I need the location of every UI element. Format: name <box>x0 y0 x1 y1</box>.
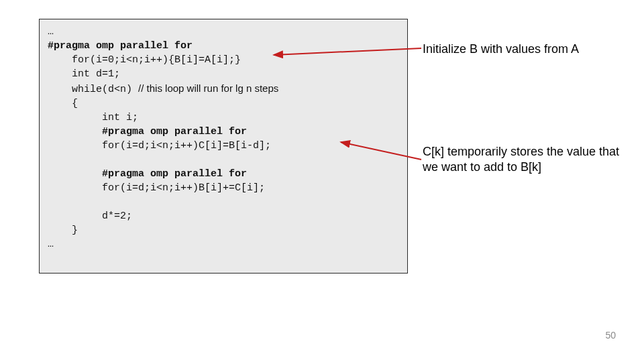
code-line: for(i=0;i<n;i++){B[i]=A[i];} <box>48 54 241 66</box>
code-comment: // this loop will run for lg n steps <box>138 82 278 94</box>
code-line: d*=2; <box>48 210 132 222</box>
code-line: int i; <box>48 112 138 123</box>
code-block: … #pragma omp parallel for for(i=0;i<n;i… <box>39 19 408 274</box>
code-line: for(i=d;i<n;i++)B[i]+=C[i]; <box>48 182 265 194</box>
code-line: while(d<n) <box>48 84 138 95</box>
code-line: … <box>48 26 54 38</box>
code-line: #pragma omp parallel for <box>48 126 247 137</box>
annotation-init: Initialize B with values from A <box>423 42 631 57</box>
code-line: } <box>48 225 78 236</box>
code-line: … <box>48 239 54 250</box>
annotation-temp: C[k] temporarily stores the value that w… <box>423 144 631 174</box>
code-line: for(i=d;i<n;i++)C[i]=B[i-d]; <box>48 140 271 152</box>
code-line: #pragma omp parallel for <box>48 40 193 52</box>
code-line: #pragma omp parallel for <box>48 168 247 180</box>
page-number: 50 <box>605 330 616 341</box>
code-line: int d=1; <box>48 68 120 80</box>
code-line: { <box>48 98 78 109</box>
